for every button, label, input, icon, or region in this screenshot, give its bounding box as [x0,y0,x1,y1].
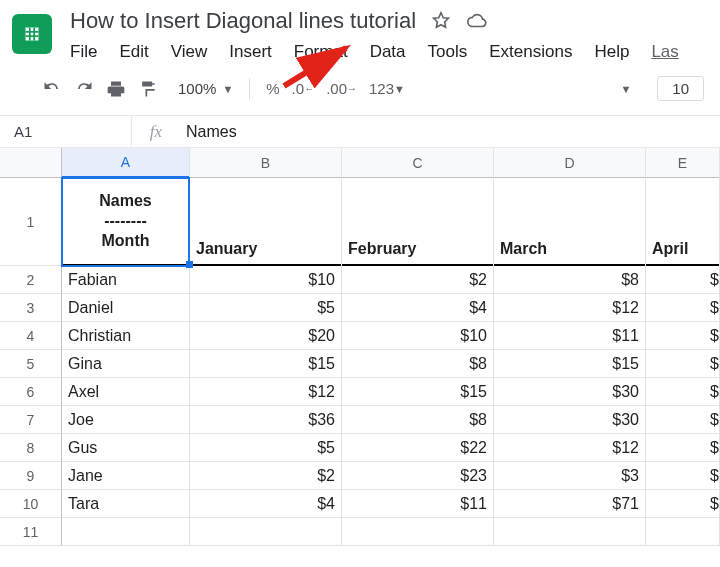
cell[interactable]: $5 [190,294,341,322]
cell[interactable]: $8 [494,266,645,294]
cell[interactable]: $2 [190,462,341,490]
cell[interactable]: $20 [190,322,341,350]
menu-tools[interactable]: Tools [428,42,468,62]
row-header[interactable]: 11 [0,518,62,546]
cell[interactable]: March [494,178,645,266]
cell[interactable]: $11 [494,322,645,350]
menu-help[interactable]: Help [594,42,629,62]
menu-edit[interactable]: Edit [119,42,148,62]
menu-extensions[interactable]: Extensions [489,42,572,62]
percent-format-button[interactable]: % [266,80,279,97]
cell[interactable]: Tara [62,490,189,518]
cell[interactable]: $8 [342,350,493,378]
cell[interactable] [646,518,719,546]
cell[interactable]: Jane [62,462,189,490]
menu-data[interactable]: Data [370,42,406,62]
cell[interactable]: $10 [342,322,493,350]
sheets-logo[interactable] [12,14,52,54]
cell[interactable]: $15 [190,350,341,378]
cell[interactable]: Fabian [62,266,189,294]
menu-file[interactable]: File [70,42,97,62]
cell[interactable]: $12 [190,378,341,406]
cell[interactable]: Christian [62,322,189,350]
cell[interactable]: January [190,178,341,266]
row-header[interactable]: 8 [0,434,62,462]
cell[interactable]: $11 [342,490,493,518]
cell[interactable]: Names--------Month [62,178,189,266]
cell[interactable]: $15 [494,350,645,378]
cell[interactable] [494,518,645,546]
cell[interactable]: $3 [494,462,645,490]
cell[interactable]: Axel [62,378,189,406]
cell[interactable]: $ [646,406,719,434]
decrease-decimal-button[interactable]: .0← [292,80,315,97]
number-format-select[interactable]: 123 ▼ [369,80,405,97]
row-header[interactable]: 10 [0,490,62,518]
cell[interactable]: $36 [190,406,341,434]
row-header[interactable]: 2 [0,266,62,294]
zoom-select[interactable]: 100% ▼ [178,80,233,97]
column-header[interactable]: D [494,148,645,178]
cell[interactable]: $ [646,322,719,350]
menu-view[interactable]: View [171,42,208,62]
selection-handle[interactable] [186,261,193,268]
last-edit-link[interactable]: Las [651,42,678,62]
cell[interactable]: $ [646,462,719,490]
menu-format[interactable]: Format [294,42,348,62]
cell[interactable]: $ [646,490,719,518]
column-header[interactable]: A [62,148,189,178]
cell[interactable]: $ [646,266,719,294]
cell[interactable]: February [342,178,493,266]
cell[interactable]: Joe [62,406,189,434]
column-header[interactable]: B [190,148,341,178]
undo-icon[interactable] [42,79,62,99]
cell[interactable]: April [646,178,719,266]
cell[interactable]: Gina [62,350,189,378]
row-header[interactable]: 7 [0,406,62,434]
cell[interactable]: $23 [342,462,493,490]
row-header[interactable]: 1 [0,178,62,266]
cell[interactable] [62,518,189,546]
document-title[interactable]: How to Insert Diagonal lines tutorial [70,8,416,34]
cell[interactable]: $ [646,434,719,462]
row-header[interactable]: 5 [0,350,62,378]
cell[interactable]: $ [646,378,719,406]
cloud-saved-icon[interactable] [466,10,488,32]
cell[interactable]: $4 [190,490,341,518]
row-header[interactable]: 9 [0,462,62,490]
name-box[interactable]: A1 [0,116,132,147]
row-header[interactable]: 6 [0,378,62,406]
column-header[interactable]: E [646,148,719,178]
font-size-input[interactable]: 10 [657,76,704,101]
cell[interactable]: $ [646,294,719,322]
row-header[interactable]: 4 [0,322,62,350]
increase-decimal-button[interactable]: .00→ [326,80,357,97]
cell[interactable]: $71 [494,490,645,518]
star-icon[interactable] [430,10,452,32]
cell[interactable]: $15 [342,378,493,406]
cell[interactable]: $22 [342,434,493,462]
cell[interactable]: $10 [190,266,341,294]
cell[interactable]: $30 [494,406,645,434]
cell[interactable]: $2 [342,266,493,294]
cell[interactable]: $30 [494,378,645,406]
paint-format-icon[interactable] [138,79,158,99]
cell[interactable]: $4 [342,294,493,322]
cell[interactable]: $8 [342,406,493,434]
cell[interactable]: Daniel [62,294,189,322]
column-header[interactable]: C [342,148,493,178]
cell[interactable]: $ [646,350,719,378]
row-header[interactable]: 3 [0,294,62,322]
cell[interactable]: $12 [494,434,645,462]
menu-insert[interactable]: Insert [229,42,272,62]
select-all-corner[interactable] [0,148,62,178]
cell[interactable] [190,518,341,546]
formula-input[interactable]: Names [180,123,237,141]
cell[interactable]: $5 [190,434,341,462]
cell[interactable] [342,518,493,546]
redo-icon[interactable] [74,79,94,99]
cell[interactable]: $12 [494,294,645,322]
font-chevron-down-icon[interactable]: ▼ [620,83,631,95]
spreadsheet-grid[interactable]: 1 234567891011 ANames--------MonthFabian… [0,148,720,546]
cell[interactable]: Gus [62,434,189,462]
